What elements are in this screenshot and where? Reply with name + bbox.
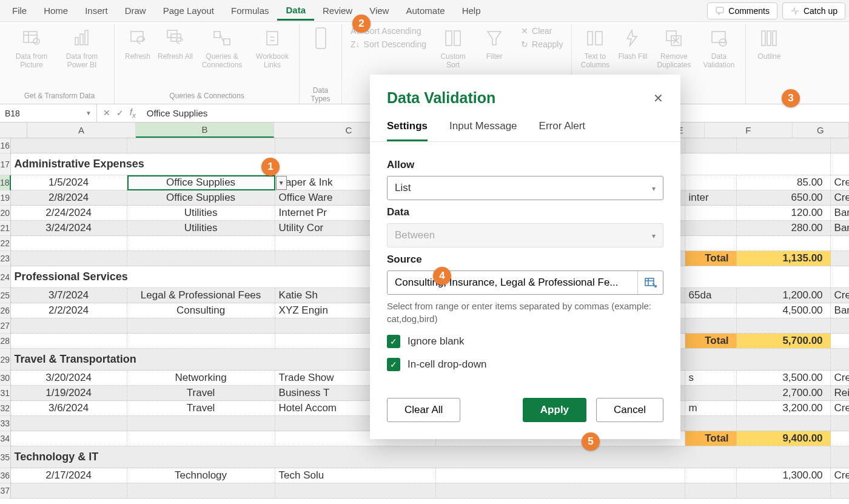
tab-error-alert[interactable]: Error Alert (539, 120, 586, 141)
data-from-powerbi-button[interactable]: Data from Power BI (55, 24, 109, 85)
cell[interactable] (737, 236, 831, 250)
cell[interactable]: Travel (127, 386, 275, 400)
cell[interactable] (127, 483, 275, 498)
cell[interactable]: 2,700.00 (737, 386, 831, 400)
cell[interactable] (685, 206, 737, 220)
cell[interactable]: Cred (831, 175, 849, 190)
cell[interactable] (685, 221, 737, 235)
cell[interactable]: 3,500.00 (737, 371, 831, 385)
cell[interactable]: Cred (831, 401, 849, 415)
menu-home[interactable]: Home (35, 2, 76, 19)
cell[interactable]: 1,200.00 (737, 288, 831, 303)
cell-dropdown-handle[interactable]: ▼ (276, 176, 287, 190)
cell[interactable]: Office Supplies (127, 190, 275, 205)
cell[interactable] (436, 483, 685, 498)
row-header-35[interactable]: 35 (0, 446, 11, 468)
clear-filter-button[interactable]: ✕Clear (517, 24, 566, 38)
cell[interactable] (685, 175, 737, 190)
cell[interactable] (127, 251, 275, 266)
cancel-button[interactable]: Cancel (596, 398, 663, 422)
row-header-19[interactable]: 19 (0, 190, 11, 206)
total-label[interactable]: Total (685, 334, 737, 348)
cell[interactable]: 65da (685, 288, 737, 303)
name-box[interactable]: B18 ▼ (0, 104, 97, 122)
row-header-32[interactable]: 32 (0, 401, 11, 416)
menu-help[interactable]: Help (454, 2, 489, 19)
outline-button[interactable]: Outline (751, 24, 787, 85)
cell[interactable]: 3,200.00 (737, 401, 831, 415)
range-picker-button[interactable] (637, 271, 663, 294)
cell[interactable] (685, 138, 737, 153)
ignore-blank-checkbox[interactable]: ✓ (387, 335, 400, 348)
cell[interactable] (127, 416, 275, 431)
cell[interactable] (11, 318, 127, 333)
cell[interactable]: Travel (127, 401, 275, 415)
cell[interactable] (685, 468, 737, 483)
cell[interactable]: Cred (831, 288, 849, 303)
cell[interactable] (685, 303, 737, 318)
cell[interactable] (685, 483, 737, 498)
cell[interactable]: 2/24/2024 (11, 206, 127, 220)
total-value[interactable]: 9,400.00 (737, 431, 831, 446)
col-header-B[interactable]: B (136, 123, 274, 138)
cell[interactable] (11, 431, 127, 446)
cell[interactable]: Consulting (127, 303, 275, 318)
clear-all-button[interactable]: Clear All (387, 398, 460, 422)
menu-page-layout[interactable]: Page Layout (155, 2, 223, 19)
cell[interactable]: 1/19/2024 (11, 386, 127, 400)
row-header-27[interactable]: 27 (0, 318, 11, 334)
queries-connections-button[interactable]: Queries & Connections (195, 24, 249, 85)
section-header[interactable]: Technology & IT (11, 446, 831, 468)
cell[interactable] (11, 236, 127, 250)
cell[interactable]: Networking (127, 371, 275, 385)
cell[interactable]: 1,300.00 (737, 468, 831, 483)
menu-insert[interactable]: Insert (76, 2, 116, 19)
cell[interactable]: 1/5/2024 (11, 175, 127, 190)
dialog-close-button[interactable]: ✕ (653, 91, 663, 106)
cell[interactable]: Tech Solu (275, 468, 436, 483)
cell[interactable]: 3/7/2024 (11, 288, 127, 303)
cell[interactable] (831, 251, 849, 266)
cell[interactable]: 2/2/2024 (11, 303, 127, 318)
reapply-button[interactable]: ↻Reapply (517, 38, 566, 51)
total-value[interactable]: 1,135.00 (737, 251, 831, 266)
cell[interactable]: Bank (831, 206, 849, 220)
cell[interactable]: 2/17/2024 (11, 468, 127, 483)
cell[interactable]: 2/8/2024 (11, 190, 127, 205)
tab-settings[interactable]: Settings (387, 120, 428, 141)
cell[interactable]: Bank (831, 221, 849, 235)
cell[interactable]: inter (685, 190, 737, 205)
total-value[interactable]: 5,700.00 (737, 334, 831, 348)
cell[interactable]: 120.00 (737, 206, 831, 220)
row-header-23[interactable]: 23 (0, 251, 11, 266)
menu-review[interactable]: Review (314, 2, 361, 19)
cell[interactable]: Reimb (831, 386, 849, 400)
cell[interactable] (831, 416, 849, 431)
menu-data[interactable]: Data (277, 1, 314, 21)
row-header-25[interactable]: 25 (0, 288, 11, 303)
cell[interactable]: Office Supplies (127, 175, 275, 190)
cell[interactable]: Cred (831, 371, 849, 385)
row-header-29[interactable]: 29 (0, 349, 11, 371)
cell[interactable]: 85.00 (737, 175, 831, 190)
menu-file[interactable]: File (4, 2, 35, 19)
row-header-30[interactable]: 30 (0, 371, 11, 386)
cell[interactable] (11, 138, 127, 153)
cell[interactable] (737, 416, 831, 431)
col-header-G[interactable]: G (793, 123, 849, 138)
cell[interactable] (737, 138, 831, 153)
cell[interactable]: Utilities (127, 221, 275, 235)
cell[interactable] (737, 318, 831, 333)
cell[interactable] (436, 468, 685, 483)
cell[interactable]: 3/6/2024 (11, 401, 127, 415)
fx-icon[interactable]: fx (130, 107, 136, 119)
cell[interactable]: 3/20/2024 (11, 371, 127, 385)
row-header-34[interactable]: 34 (0, 431, 11, 446)
cell[interactable]: 3/24/2024 (11, 221, 127, 235)
menu-draw[interactable]: Draw (116, 2, 155, 19)
row-header-26[interactable]: 26 (0, 303, 11, 318)
cell[interactable] (685, 318, 737, 333)
cell[interactable] (11, 334, 127, 348)
row-header-33[interactable]: 33 (0, 416, 11, 431)
total-label[interactable]: Total (685, 431, 737, 446)
